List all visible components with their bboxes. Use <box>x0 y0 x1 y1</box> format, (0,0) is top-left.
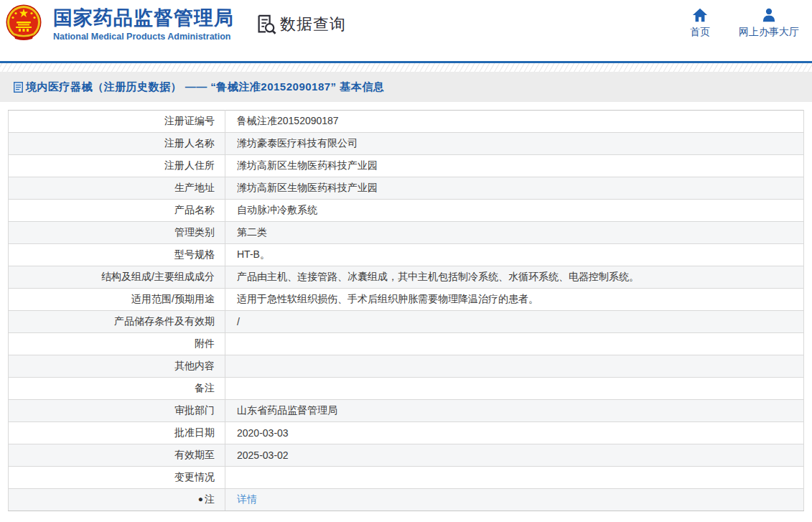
registration-table: 注册证编号鲁械注准20152090187注册人名称潍坊豪泰医疗科技有限公司注册人… <box>8 110 804 511</box>
row-label-text: 注册证编号 <box>164 115 215 126</box>
table-row: 注册证编号鲁械注准20152090187 <box>9 111 804 133</box>
row-value: 潍坊高新区生物医药科技产业园 <box>225 177 804 200</box>
row-value: 详情 <box>225 489 804 511</box>
note-icon: ● <box>198 494 203 504</box>
page-title-band: 境内医疗器械（注册历史数据） —— “鲁械注准20152090187” 基本信息 <box>0 72 812 102</box>
row-value: 鲁械注准20152090187 <box>225 111 804 133</box>
table-row: 产品储存条件及有效期/ <box>9 311 804 333</box>
row-label: 适用范围/预期用途 <box>9 289 225 311</box>
row-value: 自动脉冲冷敷系统 <box>225 200 804 222</box>
row-label-text: 产品名称 <box>174 204 215 215</box>
row-value: 2020-03-03 <box>225 422 804 444</box>
row-label-text: 备注 <box>195 382 215 393</box>
data-query-icon <box>255 14 276 35</box>
registration-table-body: 注册证编号鲁械注准20152090187注册人名称潍坊豪泰医疗科技有限公司注册人… <box>9 111 804 511</box>
table-row: ●注详情 <box>9 489 804 511</box>
site-title-en: National Medical Products Administration <box>53 32 234 42</box>
table-row: 结构及组成/主要组成成分产品由主机、连接管路、冰囊组成，其中主机包括制冷系统、水… <box>9 266 804 289</box>
row-label-text: 管理类别 <box>174 226 215 238</box>
table-row: 批准日期2020-03-03 <box>9 422 804 444</box>
details-link[interactable]: 详情 <box>237 493 257 505</box>
national-emblem-logo <box>6 4 42 42</box>
row-label: 管理类别 <box>9 222 225 244</box>
row-value <box>225 355 804 378</box>
row-label: 型号规格 <box>9 244 225 266</box>
row-label-text: 型号规格 <box>174 248 215 260</box>
nav-home-label: 首页 <box>690 26 710 39</box>
table-row: 适用范围/预期用途适用于急性软组织损伤、手术后组织肿胀需要物理降温治疗的患者。 <box>9 289 804 311</box>
row-value: 潍坊豪泰医疗科技有限公司 <box>225 133 804 155</box>
table-row: 型号规格HT-B。 <box>9 244 804 266</box>
row-label-text: 产品储存条件及有效期 <box>114 315 215 327</box>
row-label: 其他内容 <box>9 355 225 378</box>
row-label: 产品储存条件及有效期 <box>9 311 225 333</box>
nav-service-hall[interactable]: 网上办事大厅 <box>739 7 799 39</box>
row-label-text: 批准日期 <box>174 427 215 438</box>
user-icon <box>761 7 777 23</box>
row-label: 注册人名称 <box>9 133 225 155</box>
registration-info: 注册证编号鲁械注准20152090187注册人名称潍坊豪泰医疗科技有限公司注册人… <box>0 102 812 511</box>
row-label: 注册证编号 <box>9 111 225 133</box>
row-label: 变更情况 <box>9 467 225 489</box>
header-nav: 首页 网上办事大厅 <box>690 7 799 39</box>
table-row: 变更情况 <box>9 467 804 489</box>
row-value: 山东省药品监督管理局 <box>225 400 804 422</box>
row-label: 附件 <box>9 333 225 355</box>
table-row: 其他内容 <box>9 355 804 378</box>
row-label: 备注 <box>9 378 225 400</box>
row-value <box>225 333 804 355</box>
document-icon <box>14 82 23 93</box>
table-row: 管理类别第二类 <box>9 222 804 244</box>
table-row: 审批部门山东省药品监督管理局 <box>9 400 804 422</box>
row-value: 第二类 <box>225 222 804 244</box>
nav-home[interactable]: 首页 <box>690 7 710 39</box>
table-row: 生产地址潍坊高新区生物医药科技产业园 <box>9 177 804 200</box>
home-icon <box>692 7 708 23</box>
table-row: 备注 <box>9 378 804 400</box>
table-row: 注册人名称潍坊豪泰医疗科技有限公司 <box>9 133 804 155</box>
table-row: 产品名称自动脉冲冷敷系统 <box>9 200 804 222</box>
stripe-band <box>0 63 812 72</box>
row-label-text: 其他内容 <box>174 360 215 371</box>
row-label: 有效期至 <box>9 444 225 467</box>
page-title: 境内医疗器械（注册历史数据） —— “鲁械注准20152090187” 基本信息 <box>26 80 384 94</box>
data-query-label: 数据查询 <box>280 14 346 35</box>
row-label-text: 附件 <box>195 337 215 349</box>
site-brand: 国家药品监督管理局 National Medical Products Admi… <box>53 8 234 42</box>
row-label-text: 有效期至 <box>174 449 215 460</box>
row-label: 批准日期 <box>9 422 225 444</box>
table-row: 附件 <box>9 333 804 355</box>
row-label: ●注 <box>9 489 225 511</box>
nav-service-hall-label: 网上办事大厅 <box>739 26 799 39</box>
row-label-text: 适用范围/预期用途 <box>131 293 215 304</box>
row-label-text: 注册人住所 <box>164 159 215 171</box>
row-value: / <box>225 311 804 333</box>
row-value: 2025-03-02 <box>225 444 804 467</box>
row-label: 结构及组成/主要组成成分 <box>9 266 225 289</box>
row-label-text: 注 <box>205 493 215 505</box>
row-value: 产品由主机、连接管路、冰囊组成，其中主机包括制冷系统、水循环系统、电器控制系统。 <box>225 266 804 289</box>
row-label: 产品名称 <box>9 200 225 222</box>
row-value: HT-B。 <box>225 244 804 266</box>
site-header: 国家药品监督管理局 National Medical Products Admi… <box>0 0 812 61</box>
row-label: 生产地址 <box>9 177 225 200</box>
row-label-text: 生产地址 <box>174 182 215 193</box>
row-label: 审批部门 <box>9 400 225 422</box>
data-query-section[interactable]: 数据查询 <box>255 14 346 35</box>
row-value: 适用于急性软组织损伤、手术后组织肿胀需要物理降温治疗的患者。 <box>225 289 804 311</box>
row-label-text: 结构及组成/主要组成成分 <box>101 271 215 282</box>
row-value <box>225 378 804 400</box>
row-label-text: 变更情况 <box>174 471 215 483</box>
table-row: 有效期至2025-03-02 <box>9 444 804 467</box>
row-value: 潍坊高新区生物医药科技产业园 <box>225 155 804 177</box>
row-label: 注册人住所 <box>9 155 225 177</box>
row-value <box>225 467 804 489</box>
row-label-text: 审批部门 <box>174 404 215 416</box>
row-label-text: 注册人名称 <box>164 137 215 149</box>
site-title-cn: 国家药品监督管理局 <box>53 8 234 29</box>
table-row: 注册人住所潍坊高新区生物医药科技产业园 <box>9 155 804 177</box>
